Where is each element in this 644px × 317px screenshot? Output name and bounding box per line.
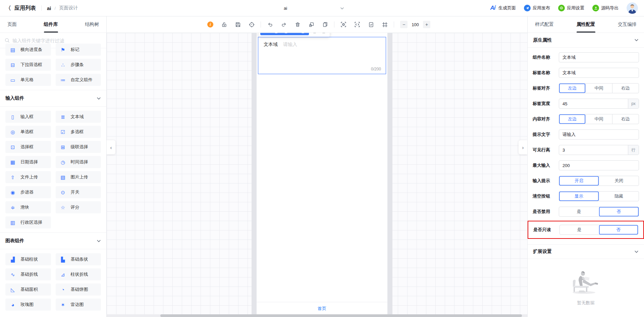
app-publish-button[interactable]: 应用发布 — [524, 5, 550, 11]
zoom-out-button[interactable]: − — [400, 21, 408, 28]
sidebar-item-horizontal-progress[interactable]: ▤横向进度条 — [5, 44, 51, 56]
sidebar-item-cascader[interactable]: ⊞级联选择 — [56, 141, 101, 153]
max-input-input[interactable] — [559, 161, 639, 170]
sidebar-item-line-chart[interactable]: ∿基础折线 — [5, 268, 51, 280]
label-align-option-1[interactable]: 左边 — [559, 84, 585, 93]
sidebar-tab-pages[interactable]: 页面 — [7, 16, 17, 33]
inspector-tab-property-config[interactable]: 属性配置 — [577, 16, 595, 33]
sidebar-item-slider[interactable]: ≑滑块 — [5, 201, 51, 213]
page-check-icon[interactable] — [368, 21, 374, 28]
selected-component-tag[interactable]: 文本域_vant_textarea_1 — [260, 33, 309, 35]
clear-button-option-2[interactable]: 隐藏 — [599, 192, 639, 201]
content-align-option-2[interactable]: 中间 — [585, 114, 612, 124]
placeholder-text-input[interactable] — [559, 130, 639, 139]
page-selector[interactable]: ai — [284, 0, 344, 16]
sidebar-item-area-chart[interactable]: ◺基础面积 — [5, 283, 51, 296]
page-selector-value: ai — [284, 6, 287, 11]
phone-page[interactable]: 文本域 请输入 0/200 首页 — [257, 33, 387, 315]
input-hint-option-1[interactable]: 开启 — [559, 176, 599, 186]
sidebar-item-hbar-chart[interactable]: ▙基础条状 — [56, 253, 101, 265]
target-icon[interactable] — [249, 21, 255, 28]
sidebar-item-switch[interactable]: ⊙开关 — [56, 186, 101, 198]
tabbar-home-link[interactable]: 首页 — [318, 306, 326, 312]
input-hint-option-2[interactable]: 关闭 — [599, 176, 639, 186]
sidebar-item-custom-component[interactable]: ≔自定义组件 — [56, 74, 101, 86]
sidebar-item-checkbox[interactable]: ☑多选框 — [56, 126, 101, 138]
collapse-inspector-handle[interactable]: › — [519, 140, 527, 154]
back-to-app-list[interactable]: 应用列表 — [14, 5, 36, 12]
lock-open-icon[interactable] — [221, 21, 227, 28]
sidebar-item-time-picker[interactable]: ◷时间选择 — [56, 156, 101, 168]
sidebar-item-dropdown-filter[interactable]: ⊟下拉筛选框 — [5, 59, 51, 71]
ai-logo-icon: Ai↑ — [490, 5, 497, 11]
section-header-input-components[interactable]: 输入组件 — [0, 90, 106, 107]
sidebar-item-input[interactable]: ▯输入框 — [5, 111, 51, 123]
extend-settings-section-header[interactable]: 扩展设置 — [528, 244, 644, 259]
user-avatar[interactable] — [627, 2, 638, 14]
is-readonly-option-1[interactable]: 是 — [560, 225, 599, 234]
sidebar-item-rate[interactable]: ☆评分 — [56, 201, 101, 213]
sidebar-item-bar-line-chart[interactable]: ⊿柱状折线 — [56, 268, 101, 280]
is-disabled-option-2[interactable]: 否 — [599, 207, 639, 216]
back-chevron-icon[interactable]: 〈 — [5, 4, 11, 12]
paste-icon[interactable] — [322, 21, 328, 28]
collapse-sidebar-handle[interactable]: ‹ — [107, 140, 115, 154]
content-align-option-1[interactable]: 左边 — [559, 114, 585, 124]
sidebar-item-file-upload[interactable]: ⇧文件上传 — [5, 171, 51, 183]
section-header-chart-components[interactable]: 图表组件 — [0, 232, 106, 249]
sidebar-item-region-picker[interactable]: ▥行政区选择 — [5, 216, 51, 228]
copy-component-icon[interactable] — [321, 33, 326, 34]
inspector-tab-style-config[interactable]: 样式配置 — [535, 16, 554, 33]
sidebar-item-textarea[interactable]: ≣文本域 — [56, 111, 101, 123]
label-name-input[interactable] — [559, 68, 639, 77]
label-align-option-3[interactable]: 右边 — [612, 84, 639, 93]
native-props-section-header[interactable]: 原生属性 — [528, 33, 644, 48]
clear-button-option-1[interactable]: 显示 — [559, 192, 599, 201]
sidebar-tab-component-lib[interactable]: 组件库 — [44, 16, 58, 33]
save-icon[interactable] — [235, 21, 241, 28]
sidebar-item-marker[interactable]: ⚑标记 — [56, 44, 101, 56]
sidebar-item-date-picker[interactable]: ▦日期选择 — [5, 156, 51, 168]
sidebar-item-radio[interactable]: ◎单选框 — [5, 126, 51, 138]
sidebar-item-rose-chart[interactable]: ◕玫瑰图 — [5, 299, 51, 311]
label-align-option-2[interactable]: 中间 — [585, 84, 612, 93]
section-title: 图表组件 — [5, 238, 24, 244]
generate-page-button[interactable]: Ai↑生成页面 — [490, 5, 516, 11]
crop-icon[interactable] — [308, 21, 314, 28]
is-disabled-option-1[interactable]: 是 — [559, 207, 599, 216]
source-export-button[interactable]: 源码导出 — [592, 5, 619, 11]
sidebar-item-stepper[interactable]: ◉步进器 — [5, 186, 51, 198]
component-item-label: 标记 — [71, 47, 79, 53]
is-readonly-option-2[interactable]: 否 — [599, 225, 638, 234]
visible-rows-input[interactable] — [559, 145, 628, 155]
info-icon[interactable]: i — [207, 21, 213, 28]
zoom-in-button[interactable]: + — [423, 21, 430, 28]
frame-icon[interactable] — [382, 21, 388, 28]
design-canvas[interactable]: 文本域 请输入 0/200 首页 文本域_vant_textarea_1 — [107, 33, 527, 317]
sidebar-tab-structure-tree[interactable]: 结构树 — [85, 16, 99, 33]
trash-icon[interactable] — [294, 21, 301, 28]
sidebar-item-cell[interactable]: ▭单元格 — [5, 74, 51, 86]
sidebar-item-bar-chart[interactable]: ▟基础柱状 — [5, 253, 51, 265]
sidebar-item-steps[interactable]: ∴步骤条 — [56, 59, 101, 71]
undo-icon[interactable] — [267, 21, 273, 28]
selected-textarea-component[interactable]: 文本域 请输入 0/200 — [258, 37, 386, 74]
horizontal-scrollbar-thumb[interactable] — [160, 314, 522, 317]
breadcrumb-current: 页面设计 — [59, 5, 78, 11]
rate-icon: ☆ — [60, 205, 66, 210]
breadcrumb-app[interactable]: ai — [47, 5, 51, 11]
redo-icon[interactable] — [281, 21, 287, 28]
no-data-illustration — [567, 268, 605, 295]
sidebar-item-pie-chart[interactable]: ◔基础饼图 — [56, 283, 101, 296]
content-align-option-3[interactable]: 右边 — [612, 114, 639, 124]
app-settings-button[interactable]: ⚙应用设置 — [558, 5, 584, 11]
preview-icon[interactable] — [340, 21, 346, 28]
sidebar-item-select[interactable]: ⊡选择框 — [5, 141, 51, 153]
sidebar-item-image-upload[interactable]: ▧图片上传 — [56, 171, 101, 183]
code-icon[interactable] — [354, 21, 360, 28]
sidebar-item-radar-chart[interactable]: ✶雷达图 — [56, 299, 101, 311]
inspector-tab-interaction[interactable]: 交互编排 — [618, 16, 637, 33]
component-name-input[interactable] — [559, 53, 639, 62]
label-width-input[interactable] — [559, 99, 628, 108]
delete-component-icon[interactable] — [312, 33, 318, 34]
